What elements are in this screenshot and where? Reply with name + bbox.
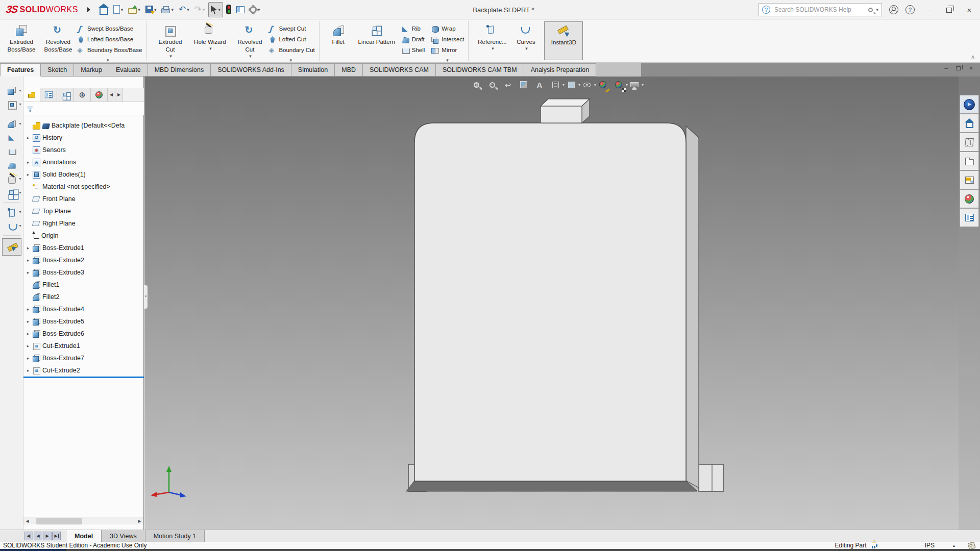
draft-button[interactable]: Draft: [401, 34, 425, 45]
tab-mbd-dimensions[interactable]: MBD Dimensions: [148, 63, 211, 77]
home-button[interactable]: [97, 2, 110, 17]
home-button[interactable]: [960, 114, 979, 133]
print-button[interactable]: [159, 2, 176, 17]
lofted-cut-button[interactable]: Lofted Cut: [268, 34, 314, 45]
tree-item-boss-extrude7[interactable]: Boss-Extrude7: [23, 352, 144, 364]
expander-icon[interactable]: [26, 258, 31, 263]
tree-item-boss-extrude6[interactable]: Boss-Extrude6: [23, 328, 144, 340]
last-tab-button[interactable]: [52, 532, 61, 540]
wrap-button[interactable]: Wrap: [431, 23, 464, 34]
rib-button[interactable]: Rib: [401, 23, 425, 34]
tree-item-sensors[interactable]: Sensors: [23, 144, 144, 156]
fillet-button[interactable]: Fillet: [325, 21, 352, 46]
tab-evaluate[interactable]: Evaluate: [109, 63, 148, 77]
tab-simulation[interactable]: Simulation: [291, 63, 335, 77]
fillet-button[interactable]: [2, 117, 22, 131]
expander-icon[interactable]: [26, 160, 31, 165]
tab-3d-views[interactable]: 3D Views: [102, 530, 145, 542]
view-palette-button[interactable]: [960, 170, 979, 189]
tab-solidworks-cam[interactable]: SOLIDWORKS CAM: [363, 63, 436, 77]
tab-analysis-preparation[interactable]: Analysis Preparation: [524, 63, 597, 77]
linear-pattern-button[interactable]: Linear Pattern: [352, 21, 401, 46]
document-close-icon[interactable]: ×: [969, 65, 973, 71]
restore-button[interactable]: [942, 6, 955, 14]
expander-icon[interactable]: [26, 307, 31, 312]
tree-item-fillet1[interactable]: Fillet1: [23, 279, 144, 291]
revolved-cut-button[interactable]: Revolved Cut: [231, 21, 268, 59]
chevron-down-icon[interactable]: [446, 55, 449, 64]
curves-button[interactable]: Curves: [510, 21, 541, 51]
expander-icon[interactable]: [26, 368, 31, 373]
scroll-right-icon[interactable]: [136, 517, 143, 525]
tree-item-solid-bodies[interactable]: Solid Bodies(1): [23, 168, 144, 181]
tab-dimxpertmanager[interactable]: ⊕: [74, 88, 91, 102]
close-button[interactable]: ×: [963, 6, 976, 14]
curves-button[interactable]: [2, 219, 22, 233]
tree-filter-row[interactable]: [23, 102, 144, 115]
chevron-down-icon[interactable]: [289, 55, 292, 64]
tab-displaymanager[interactable]: [91, 88, 108, 102]
3dexperience-button[interactable]: [960, 95, 979, 114]
expander-icon[interactable]: [26, 172, 31, 177]
tab-motion-study-1[interactable]: Motion Study 1: [145, 530, 205, 542]
logo-flyout-arrow-icon[interactable]: [87, 7, 90, 12]
rebuild-warning-icon[interactable]: [872, 542, 879, 548]
tree-horizontal-scrollbar[interactable]: [23, 517, 143, 524]
help-icon[interactable]: ?: [905, 5, 915, 14]
search-input[interactable]: [773, 6, 865, 14]
boundary-boss-base-button[interactable]: Boundary Boss/Base: [77, 45, 142, 56]
instant3d-button[interactable]: [2, 238, 21, 256]
tree-item-boss-extrude1[interactable]: Boss-Extrude1: [23, 242, 144, 254]
shell-button[interactable]: [2, 144, 22, 158]
tree-tabs-left-arrow[interactable]: [108, 88, 115, 102]
tab-featuremanager[interactable]: [23, 88, 40, 102]
reference-geometry-button[interactable]: [2, 205, 22, 219]
document-minimize-icon[interactable]: –: [944, 65, 948, 71]
graphics-viewport[interactable]: ↩ A: [144, 77, 959, 530]
part-backplate-3d[interactable]: [144, 77, 959, 530]
tree-item-fillet2[interactable]: Fillet2: [23, 291, 144, 303]
tab-solidworks-cam-tbm[interactable]: SOLIDWORKS CAM TBM: [436, 63, 524, 77]
swept-boss-base-button[interactable]: Swept Boss/Base: [77, 23, 142, 34]
save-button[interactable]: [143, 2, 159, 17]
rib-button[interactable]: [2, 131, 22, 144]
tree-item-origin[interactable]: Origin: [23, 230, 144, 242]
tree-item-boss-extrude5[interactable]: Boss-Extrude5: [23, 315, 144, 328]
document-restore-icon[interactable]: [956, 66, 961, 70]
previous-tab-button[interactable]: [34, 532, 42, 540]
tree-root-backplate[interactable]: Backplate (Default<<Defa: [23, 119, 144, 132]
hole-wizard-button[interactable]: Hole Wizard: [188, 21, 231, 51]
expander-icon[interactable]: [26, 343, 31, 348]
minimize-button[interactable]: –: [922, 6, 935, 14]
revolved-boss-base-button[interactable]: Revolved Boss/Base: [40, 21, 77, 54]
instant3d-button[interactable]: Instant3D: [544, 21, 583, 60]
tab-mbd[interactable]: MBD: [335, 63, 363, 77]
tab-sketch[interactable]: Sketch: [41, 63, 74, 77]
display-pane-button[interactable]: [234, 2, 247, 17]
swept-cut-button[interactable]: Swept Cut: [268, 23, 314, 34]
tree-item-cut-extrude1[interactable]: Cut-Extrude1: [23, 340, 144, 352]
performance-evaluation-button[interactable]: [224, 2, 233, 17]
tab-features[interactable]: Features: [0, 63, 41, 77]
shell-button[interactable]: Shell: [401, 45, 425, 56]
account-icon[interactable]: [889, 5, 898, 14]
tree-tabs-right-arrow[interactable]: [115, 88, 123, 102]
tree-item-front-plane[interactable]: Front Plane: [23, 193, 144, 205]
tree-item-right-plane[interactable]: Right Plane: [23, 217, 144, 230]
extruded-boss-base-button[interactable]: Extruded Boss/Base: [3, 21, 40, 54]
tree-item-cut-extrude2[interactable]: Cut-Extrude2: [23, 364, 144, 377]
ribbon-collapse-chevron-icon[interactable]: [971, 54, 975, 60]
linear-pattern-button[interactable]: [2, 186, 22, 199]
boundary-cut-button[interactable]: Boundary Cut: [268, 45, 314, 56]
tab-model[interactable]: Model: [66, 530, 102, 542]
expander-icon[interactable]: [26, 135, 31, 140]
search-dropdown-icon[interactable]: ▾: [876, 7, 878, 12]
first-tab-button[interactable]: [24, 532, 33, 540]
tree-item-top-plane[interactable]: Top Plane: [23, 205, 144, 217]
redo-button[interactable]: [192, 2, 207, 17]
tree-item-boss-extrude3[interactable]: Boss-Extrude3: [23, 266, 144, 279]
tab-configurationmanager[interactable]: [57, 88, 74, 102]
expander-icon[interactable]: [26, 245, 31, 251]
expander-icon[interactable]: [26, 356, 31, 361]
next-tab-button[interactable]: [43, 532, 52, 540]
